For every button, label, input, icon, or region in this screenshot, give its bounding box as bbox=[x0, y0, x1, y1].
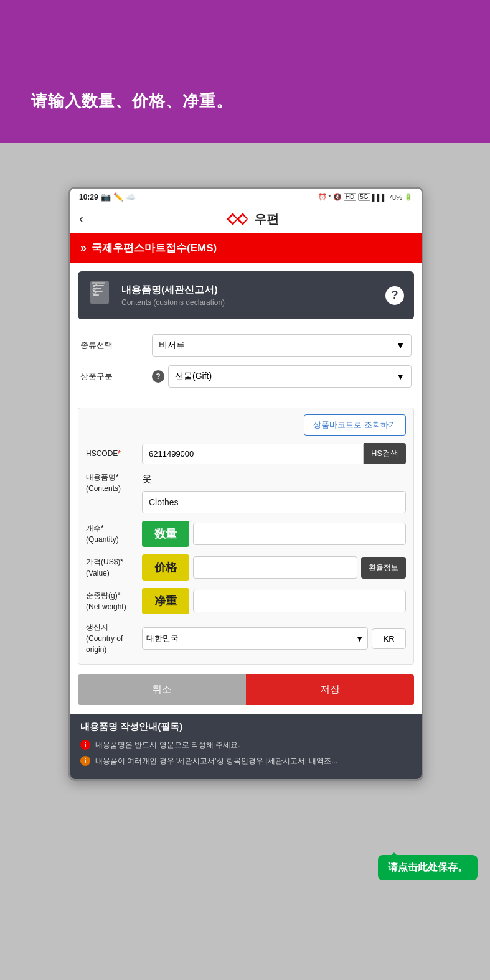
action-buttons: 취소 저장 bbox=[78, 674, 414, 705]
type-select-box[interactable]: 비서류 ▼ bbox=[152, 334, 412, 357]
svg-rect-10 bbox=[92, 282, 105, 284]
status-time: 10:29 📷 ✏️ ☁️ bbox=[79, 192, 136, 202]
status-right: ⏰ * 🔇 HD 5G ▌▌▌ 78% 🔋 bbox=[318, 193, 413, 201]
weather-icon: ☁️ bbox=[126, 192, 136, 202]
alarm-icon: ⏰ bbox=[318, 193, 327, 201]
origin-code-input[interactable] bbox=[372, 628, 406, 649]
cancel-button[interactable]: 취소 bbox=[78, 674, 246, 705]
info-icon-orange: i bbox=[80, 756, 90, 766]
section-arrow-icon: » bbox=[80, 241, 87, 254]
info-card-subtitle: Contents (customs declaration) bbox=[121, 298, 377, 307]
quantity-label: 개수* (Quantity) bbox=[86, 523, 142, 545]
signal-icon: ▌▌▌ bbox=[372, 194, 387, 201]
value-input[interactable] bbox=[193, 556, 357, 579]
value-label: 가격(US$)* (Value) bbox=[86, 556, 142, 579]
battery-text: 78% bbox=[389, 194, 402, 201]
quantity-input[interactable] bbox=[193, 523, 406, 545]
battery-icon: 🔋 bbox=[404, 193, 413, 201]
contents-label: 내용품명* (Contents) bbox=[86, 472, 142, 494]
type-select-row: 종류선택 비서류 ▼ bbox=[80, 334, 412, 357]
phone-frame: 10:29 📷 ✏️ ☁️ ⏰ * 🔇 HD 5G ▌▌▌ 78% 🔋 ‹ bbox=[68, 187, 423, 781]
value-row: 가격(US$)* (Value) 价格 환율정보 bbox=[86, 554, 406, 581]
info-icon-red: i bbox=[80, 740, 90, 750]
info-footer-title: 내용품명 작성안내(필독) bbox=[80, 721, 412, 733]
section-header-label: 국제우편스마트접수(EMS) bbox=[92, 241, 217, 255]
banner-text: 请输入数量、价格、净重。 bbox=[31, 90, 233, 112]
hscode-row: HSCODE* HS검색 bbox=[86, 443, 406, 464]
contents-inputs: 옷 bbox=[142, 472, 406, 513]
hs-search-button[interactable]: HS검색 bbox=[364, 443, 406, 464]
info-card-text: 내용품명(세관신고서) Contents (customs declaratio… bbox=[121, 284, 377, 307]
contents-english-input[interactable] bbox=[142, 491, 406, 513]
weight-input[interactable] bbox=[193, 590, 406, 612]
chevron-down-icon: ▼ bbox=[356, 634, 364, 643]
origin-inputs: 대한민국 ▼ bbox=[142, 627, 406, 650]
quantity-row: 개수* (Quantity) 数量 bbox=[86, 521, 406, 547]
barcode-lookup-button[interactable]: 상품바코드로 조회하기 bbox=[304, 414, 406, 436]
product-type-control: ? 선물(Gift) ▼ bbox=[152, 365, 412, 388]
chevron-down-icon: ▼ bbox=[396, 371, 405, 381]
form-section: 종류선택 비서류 ▼ 상품구분 ? 선물(Gift) ▼ bbox=[70, 328, 422, 403]
origin-country-select[interactable]: 대한민국 ▼ bbox=[142, 627, 368, 650]
product-type-label: 상품구분 bbox=[80, 371, 152, 382]
chevron-down-icon: ▼ bbox=[396, 340, 405, 350]
bluetooth-icon: * bbox=[329, 194, 331, 201]
value-highlight-button[interactable]: 价格 bbox=[142, 554, 189, 581]
product-type-select-box[interactable]: 선물(Gift) ▼ bbox=[168, 365, 412, 388]
info-card-help-button[interactable]: ? bbox=[385, 286, 404, 305]
barcode-section: 상품바코드로 조회하기 HSCODE* HS검색 내용품명* (Contents… bbox=[78, 408, 414, 665]
origin-label: 생산지 (Country of origin) bbox=[86, 622, 142, 655]
edit-icon: ✏️ bbox=[113, 192, 123, 202]
svg-rect-8 bbox=[93, 291, 103, 292]
quantity-inputs: 数量 bbox=[142, 521, 406, 547]
contents-korean-text: 옷 bbox=[142, 472, 406, 488]
customs-form-icon bbox=[88, 280, 113, 310]
weight-inputs: 净重 bbox=[142, 588, 406, 614]
nav-title: 우편 bbox=[254, 211, 279, 228]
hd-icon: HD bbox=[344, 193, 356, 201]
hscode-label: HSCODE* bbox=[86, 449, 142, 458]
nav-bar: ‹ 우편 bbox=[70, 205, 422, 233]
nav-logo: 우편 bbox=[90, 210, 413, 228]
product-type-row: 상품구분 ? 선물(Gift) ▼ bbox=[80, 365, 412, 388]
status-bar: 10:29 📷 ✏️ ☁️ ⏰ * 🔇 HD 5G ▌▌▌ 78% 🔋 bbox=[70, 189, 422, 205]
type-select-control: 비서류 ▼ bbox=[152, 334, 412, 357]
contents-row: 내용품명* (Contents) 옷 bbox=[86, 472, 406, 513]
mute-icon: 🔇 bbox=[333, 193, 342, 201]
product-type-help-button[interactable]: ? bbox=[152, 370, 164, 383]
info-footer-item-2: i 내용품이 여러개인 경우 '세관시고서'상 항목인경우 [세관시고서] 내역… bbox=[80, 755, 412, 767]
value-inputs: 价格 환율정보 bbox=[142, 554, 406, 581]
weight-row: 순중량(g)* (Net weight) 净重 bbox=[86, 588, 406, 614]
type-select-label: 종류선택 bbox=[80, 340, 152, 351]
info-card-title: 내용품명(세관신고서) bbox=[121, 284, 377, 297]
info-footer: 내용품명 작성안내(필독) i 내용품명은 반드시 영문으로 작성해 주세요. … bbox=[70, 714, 422, 779]
top-banner: 请输入数量、价格、净重。 bbox=[0, 0, 490, 143]
info-footer-item-1: i 내용품명은 반드시 영문으로 작성해 주세요. bbox=[80, 739, 412, 750]
origin-row: 생산지 (Country of origin) 대한민국 ▼ bbox=[86, 622, 406, 655]
weight-label: 순중량(g)* (Net weight) bbox=[86, 590, 142, 612]
quantity-highlight-button[interactable]: 数量 bbox=[142, 521, 189, 547]
exchange-rate-button[interactable]: 환율정보 bbox=[361, 557, 406, 579]
section-header: » 국제우편스마트접수(EMS) bbox=[70, 233, 422, 263]
hscode-input[interactable] bbox=[142, 444, 364, 464]
tooltip-bubble: 请点击此处保存。 bbox=[378, 855, 478, 880]
svg-rect-7 bbox=[93, 288, 101, 289]
network-icon: 5G bbox=[358, 193, 370, 201]
back-button[interactable]: ‹ bbox=[79, 211, 83, 227]
camera-icon: 📷 bbox=[101, 192, 111, 202]
save-button[interactable]: 저장 bbox=[246, 674, 414, 705]
korea-post-logo-icon bbox=[224, 210, 250, 228]
weight-highlight-button[interactable]: 净重 bbox=[142, 588, 189, 614]
info-card: 내용품명(세관신고서) Contents (customs declaratio… bbox=[78, 271, 414, 319]
